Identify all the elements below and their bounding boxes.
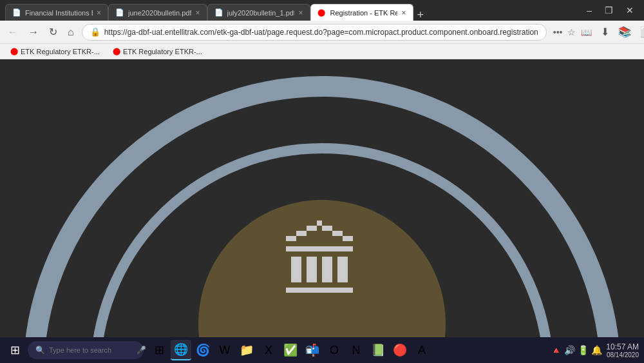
bookmark1-favicon: ⬤ <box>10 47 18 55</box>
tab3-label: july2020bulletin_1.pdf <box>227 9 295 17</box>
close-button[interactable]: ✕ <box>621 5 639 15</box>
bookmarks-bar: ⬤ ETK Regulatory ETKR-... ⬤ ETK Regulato… <box>0 44 644 59</box>
refresh-button[interactable]: ↻ <box>46 25 60 39</box>
tabs-bar: 📄 Financial Institutions Bulletin / C...… <box>5 0 576 21</box>
app10[interactable]: 📗 <box>368 340 388 360</box>
excel-app[interactable]: X <box>258 340 279 360</box>
taskbar-apps: ⊞ 🌐 🌀 W 📁 X ✅ 📬 O N 📗 🔴 A <box>149 340 432 360</box>
bookmark1-label: ETK Regulatory ETKR-... <box>21 48 100 55</box>
toolbar-right: ⬇ 📚 ⬜ 👤 ☰ <box>598 25 644 39</box>
new-tab-button[interactable]: + <box>413 9 428 21</box>
url-bar[interactable]: 🔒 https://ga-dbf-uat.entellitrak.com/etk… <box>82 24 547 41</box>
tab2-label: june2020bulletin.pdf <box>128 9 191 17</box>
ie-app[interactable]: 🌐 <box>171 340 191 360</box>
search-icon: 🔍 <box>35 346 45 355</box>
header-logo: 🏛 GEORGIA BANKING <box>13 66 631 363</box>
tab1-label: Financial Institutions Bulletin / C... <box>25 9 93 17</box>
app7[interactable]: 📬 <box>302 340 323 360</box>
app11[interactable]: 🔴 <box>390 340 410 360</box>
browser-tab-2[interactable]: 📄 june2020bulletin.pdf × <box>108 4 207 21</box>
back-button[interactable]: ← <box>5 25 21 39</box>
svg-text:🏛: 🏛 <box>281 218 363 310</box>
url-text: https://ga-dbf-uat.entellitrak.com/etk-g… <box>104 28 538 37</box>
download-button[interactable]: ⬇ <box>598 25 612 39</box>
taskbar-clock[interactable]: 10:57 AM 08/14/2020 <box>606 342 639 358</box>
tab3-close[interactable]: × <box>298 8 303 17</box>
bookmark2-label: ETK Regulatory ETKR-... <box>123 48 202 55</box>
taskbar-system-icons: 🔺 🔊 🔋 🔔 <box>551 345 602 355</box>
bookmark-2[interactable]: ⬤ ETK Regulatory ETKR-... <box>108 46 207 57</box>
address-bar: ← → ↻ ⌂ 🔒 https://ga-dbf-uat.entellitrak… <box>0 21 644 44</box>
check-app[interactable]: ✅ <box>280 340 301 360</box>
browser-titlebar: 📄 Financial Institutions Bulletin / C...… <box>0 0 644 21</box>
bookmark-star-button[interactable]: ☆ <box>566 26 577 39</box>
browser-tab-3[interactable]: 📄 july2020bulletin_1.pdf × <box>207 4 310 21</box>
page-content: 🏛 GEORGIA BANKING Registration Thank you… <box>0 59 644 363</box>
tab2-favicon: 📄 <box>115 8 124 17</box>
reader-view-button[interactable]: 📖 <box>580 26 593 39</box>
start-button[interactable]: ⊞ <box>5 340 25 360</box>
taskbar-search-input[interactable] <box>49 346 133 354</box>
reading-list-button[interactable]: 📚 <box>616 25 634 39</box>
browser-tab-4-active[interactable]: ⬤ Registration - ETK Regulatory × <box>310 4 413 21</box>
explorer-app[interactable]: 📁 <box>236 340 257 360</box>
clock-date: 08/14/2020 <box>606 351 639 358</box>
tab3-favicon: 📄 <box>214 8 223 17</box>
tab4-close[interactable]: × <box>401 8 406 17</box>
lock-icon: 🔒 <box>90 27 100 37</box>
tab4-favicon: ⬤ <box>317 8 327 17</box>
acrobat-app[interactable]: A <box>412 340 432 360</box>
url-actions: ••• ☆ 📖 <box>552 26 594 39</box>
onenote-app[interactable]: N <box>346 340 366 360</box>
edge-app[interactable]: 🌀 <box>193 340 213 360</box>
restore-button[interactable]: ❐ <box>600 5 618 15</box>
browser-tab-1[interactable]: 📄 Financial Institutions Bulletin / C...… <box>5 4 108 21</box>
home-button[interactable]: ⌂ <box>65 25 77 39</box>
tab4-label: Registration - ETK Regulatory <box>330 9 398 17</box>
tab1-close[interactable]: × <box>97 8 101 17</box>
site-header: 🏛 GEORGIA BANKING <box>0 59 644 363</box>
ellipsis-button[interactable]: ••• <box>552 26 564 39</box>
bookmark-1[interactable]: ⬤ ETK Regulatory ETKR-... <box>5 46 105 57</box>
battery-icon[interactable]: 🔋 <box>578 345 589 355</box>
taskbar-right: 🔺 🔊 🔋 🔔 10:57 AM 08/14/2020 <box>551 342 639 358</box>
taskbar: ⊞ 🔍 🎤 ⊞ 🌐 🌀 W 📁 X ✅ 📬 O N 📗 🔴 A 🔺 🔊 🔋 🔔 … <box>0 337 644 363</box>
clock-time: 10:57 AM <box>606 342 639 351</box>
notification-icon[interactable]: 🔔 <box>591 345 602 355</box>
tab2-close[interactable]: × <box>195 8 200 17</box>
volume-icon[interactable]: 🔊 <box>564 345 575 355</box>
mic-icon: 🎤 <box>137 346 146 355</box>
minimize-button[interactable]: – <box>582 5 597 15</box>
browser-view-button[interactable]: ⬜ <box>638 25 644 39</box>
taskbar-search-box[interactable]: 🔍 🎤 <box>28 341 144 359</box>
tab1-favicon: 📄 <box>12 8 21 17</box>
outlook-app[interactable]: O <box>324 340 345 360</box>
taskview-button[interactable]: ⊞ <box>149 340 169 360</box>
network-icon[interactable]: 🔺 <box>551 345 562 355</box>
forward-button[interactable]: → <box>26 25 41 39</box>
word-app[interactable]: W <box>214 340 235 360</box>
window-controls: – ❐ ✕ <box>582 5 639 15</box>
bookmark2-favicon: ⬤ <box>113 47 120 55</box>
